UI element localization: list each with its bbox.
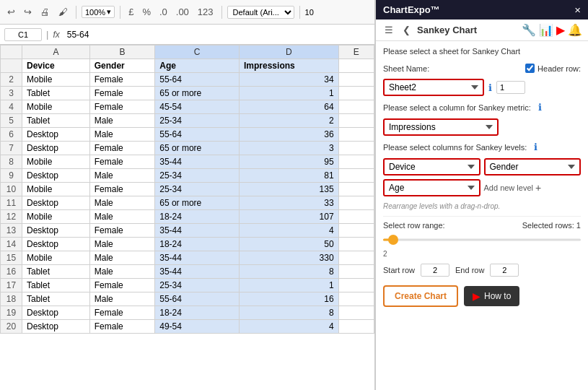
- cell-C-5[interactable]: 25-34: [155, 114, 240, 128]
- cell-B-15[interactable]: Male: [89, 251, 154, 265]
- font-family-select[interactable]: Default (Ari...: [227, 6, 294, 19]
- cell-C-14[interactable]: 18-24: [155, 238, 240, 251]
- cell-B-20[interactable]: Female: [89, 320, 154, 334]
- cell-A-6[interactable]: Desktop: [22, 128, 90, 142]
- panel-back-button[interactable]: ❮: [400, 23, 413, 37]
- cell-D-18[interactable]: 16: [240, 292, 339, 306]
- cell-C-9[interactable]: 25-34: [155, 169, 240, 183]
- formula-input[interactable]: [64, 28, 370, 41]
- cell-C-10[interactable]: 25-34: [155, 183, 240, 196]
- redo-button[interactable]: ↪: [21, 5, 35, 19]
- number-format-button[interactable]: 123: [195, 5, 216, 19]
- levels-info-icon[interactable]: ℹ: [534, 142, 537, 152]
- cell-B-19[interactable]: Female: [89, 306, 154, 320]
- table-row[interactable]: 5TabletMale25-342: [1, 114, 374, 128]
- col-header-c[interactable]: C: [155, 46, 240, 59]
- cell-E-13[interactable]: [338, 224, 374, 238]
- cell-C-18[interactable]: 55-64: [155, 292, 240, 306]
- col-header-d[interactable]: D: [240, 46, 339, 59]
- cell-A-19[interactable]: Desktop: [22, 306, 90, 320]
- cell-C-15[interactable]: 35-44: [155, 251, 240, 265]
- cell-D-10[interactable]: 135: [240, 183, 339, 196]
- cell-C-3[interactable]: 65 or more: [155, 87, 240, 100]
- sheet-info-icon[interactable]: ℹ: [488, 82, 492, 93]
- chart-icon[interactable]: 📊: [539, 23, 553, 37]
- cell-E-2[interactable]: [338, 73, 374, 87]
- cell-D-2[interactable]: 34: [240, 73, 339, 87]
- cell-C-2[interactable]: 55-64: [155, 73, 240, 87]
- cell-A-7[interactable]: Desktop: [22, 142, 90, 155]
- cell-reference-input[interactable]: [4, 28, 42, 41]
- cell-A-14[interactable]: Desktop: [22, 238, 90, 251]
- undo-button[interactable]: ↩: [4, 5, 18, 19]
- cell-A-17[interactable]: Tablet: [22, 279, 90, 292]
- table-row[interactable]: 19DesktopFemale18-248: [1, 306, 374, 320]
- col-header-b[interactable]: B: [89, 46, 154, 59]
- cell-A-16[interactable]: Tablet: [22, 265, 90, 279]
- cell-B-13[interactable]: Female: [89, 224, 154, 238]
- level2-select[interactable]: Gender Device Age Impressions: [484, 158, 582, 176]
- cell-E-10[interactable]: [338, 183, 374, 196]
- table-row[interactable]: 13DesktopFemale35-444: [1, 224, 374, 238]
- header-cell-B[interactable]: Gender: [89, 59, 154, 73]
- cell-C-8[interactable]: 35-44: [155, 155, 240, 169]
- cell-D-3[interactable]: 1: [240, 87, 339, 100]
- cell-D-8[interactable]: 95: [240, 155, 339, 169]
- cell-B-9[interactable]: Male: [89, 169, 154, 183]
- cell-E-17[interactable]: [338, 279, 374, 292]
- cell-E-8[interactable]: [338, 155, 374, 169]
- panel-menu-button[interactable]: ☰: [382, 23, 396, 37]
- cell-B-18[interactable]: Male: [89, 292, 154, 306]
- cell-C-17[interactable]: 25-34: [155, 279, 240, 292]
- cell-E-14[interactable]: [338, 238, 374, 251]
- cell-A-5[interactable]: Tablet: [22, 114, 90, 128]
- cell-C-11[interactable]: 65 or more: [155, 196, 240, 210]
- cell-E-18[interactable]: [338, 292, 374, 306]
- cell-B-2[interactable]: Female: [89, 73, 154, 87]
- create-chart-button[interactable]: Create Chart: [383, 285, 458, 307]
- print-button[interactable]: 🖨: [38, 5, 53, 19]
- decimal1-button[interactable]: .0: [157, 5, 170, 19]
- cell-D-16[interactable]: 8: [240, 265, 339, 279]
- zoom-control[interactable]: 100% ▾: [82, 6, 115, 18]
- cell-B-6[interactable]: Male: [89, 128, 154, 142]
- cell-A-18[interactable]: Tablet: [22, 292, 90, 306]
- table-row[interactable]: 15MobileMale35-44330: [1, 251, 374, 265]
- table-row[interactable]: 9DesktopMale25-3481: [1, 169, 374, 183]
- bell-icon[interactable]: 🔔: [568, 23, 582, 37]
- cell-D-4[interactable]: 64: [240, 100, 339, 114]
- start-row-input[interactable]: [421, 264, 449, 277]
- cell-A-11[interactable]: Desktop: [22, 196, 90, 210]
- cell-C-6[interactable]: 55-64: [155, 128, 240, 142]
- wrench-icon[interactable]: 🔧: [522, 23, 536, 37]
- cell-D-11[interactable]: 33: [240, 196, 339, 210]
- cell-C-4[interactable]: 45-54: [155, 100, 240, 114]
- table-row[interactable]: 6DesktopMale55-6436: [1, 128, 374, 142]
- cell-C-20[interactable]: 49-54: [155, 320, 240, 334]
- panel-close-button[interactable]: ×: [574, 4, 581, 15]
- cell-E-6[interactable]: [338, 128, 374, 142]
- col-header-e[interactable]: E: [338, 46, 374, 59]
- cell-D-14[interactable]: 50: [240, 238, 339, 251]
- header-row-input[interactable]: [496, 81, 525, 94]
- metric-info-icon[interactable]: ℹ: [538, 102, 542, 113]
- cell-A-2[interactable]: Mobile: [22, 73, 90, 87]
- cell-E-20[interactable]: [338, 320, 374, 334]
- table-row[interactable]: 8MobileFemale35-4495: [1, 155, 374, 169]
- table-row[interactable]: 18TabletMale55-6416: [1, 292, 374, 306]
- cell-D-17[interactable]: 1: [240, 279, 339, 292]
- cell-B-5[interactable]: Male: [89, 114, 154, 128]
- end-row-input[interactable]: [490, 264, 519, 277]
- cell-E-11[interactable]: [338, 196, 374, 210]
- cell-C-19[interactable]: 18-24: [155, 306, 240, 320]
- table-row[interactable]: 4MobileFemale45-5464: [1, 100, 374, 114]
- table-row[interactable]: 3TabletFemale65 or more1: [1, 87, 374, 100]
- metric-select[interactable]: Impressions Clicks Conversions: [383, 118, 499, 136]
- cell-D-15[interactable]: 330: [240, 251, 339, 265]
- table-row[interactable]: 17TabletFemale25-341: [1, 279, 374, 292]
- cell-D-6[interactable]: 36: [240, 128, 339, 142]
- cell-D-7[interactable]: 3: [240, 142, 339, 155]
- cell-B-12[interactable]: Male: [89, 210, 154, 224]
- cell-E-4[interactable]: [338, 100, 374, 114]
- cell-C-13[interactable]: 35-44: [155, 224, 240, 238]
